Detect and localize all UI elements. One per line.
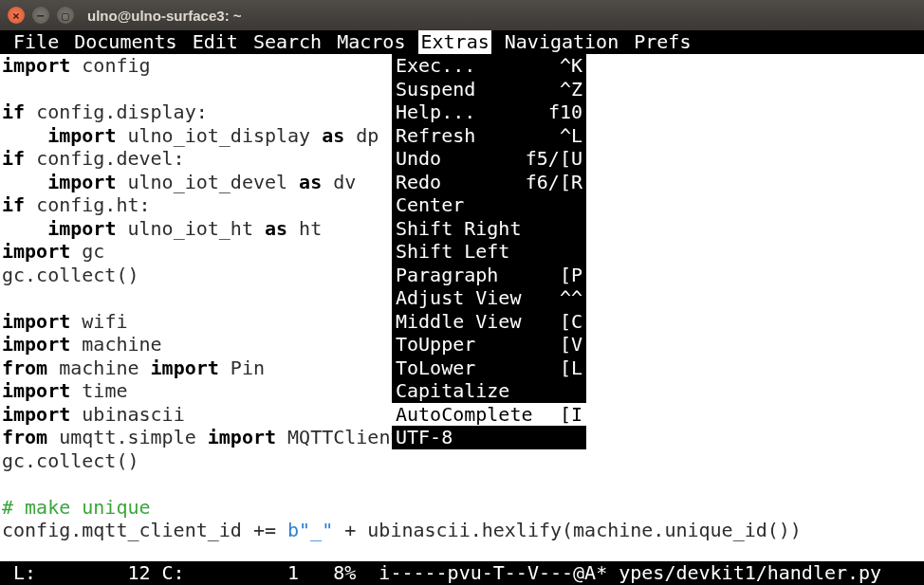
menu-item-center[interactable]: Center xyxy=(392,193,586,217)
menu-item-autocomplete[interactable]: AutoComplete[I xyxy=(392,403,586,427)
maximize-icon[interactable]: ▢ xyxy=(57,7,74,24)
menu-item-label: Shift Right xyxy=(396,217,521,241)
menu-item-shortcut: ^K xyxy=(560,54,582,78)
menu-documents[interactable]: Documents xyxy=(72,30,190,54)
menu-item-shortcut: [C xyxy=(560,310,582,334)
menu-item-utf-8[interactable]: UTF-8 xyxy=(392,426,586,449)
menu-item-undo[interactable]: Undof5/[U xyxy=(392,147,586,171)
menu-item-help-[interactable]: Help...f10 xyxy=(392,101,586,124)
menu-macros[interactable]: Macros xyxy=(335,30,418,54)
status-bar: L: 12 C: 1 8% i-----pvu-T--V---@A* ypes/… xyxy=(0,561,924,585)
menu-item-exec-[interactable]: Exec...^K xyxy=(392,54,586,78)
menu-item-shortcut: ^^ xyxy=(560,286,582,310)
menu-item-label: Refresh xyxy=(396,124,475,148)
close-icon[interactable]: × xyxy=(8,7,25,24)
menu-edit[interactable]: Edit xyxy=(191,30,251,54)
code-line[interactable]: # make unique xyxy=(2,496,922,520)
menu-item-shortcut: f5/[U xyxy=(526,147,582,171)
extras-menu-dropdown[interactable]: Exec...^KSuspend^ZHelp...f10Refresh^LUnd… xyxy=(392,54,586,449)
menu-item-redo[interactable]: Redof6/[R xyxy=(392,171,586,194)
menu-item-refresh[interactable]: Refresh^L xyxy=(392,124,586,148)
menu-item-shortcut: ^L xyxy=(560,124,582,148)
menu-item-label: Paragraph xyxy=(396,264,498,287)
menu-item-paragraph[interactable]: Paragraph[P xyxy=(392,264,586,287)
menu-prefs[interactable]: Prefs xyxy=(632,30,693,54)
menu-item-shortcut: f6/[R xyxy=(526,171,582,194)
window-title: ulno@ulno-surface3: ~ xyxy=(87,8,242,24)
menu-item-shortcut: [P xyxy=(560,264,582,287)
menu-item-label: ToUpper xyxy=(396,333,475,356)
menu-item-label: UTF-8 xyxy=(396,426,453,449)
menu-item-label: Suspend xyxy=(396,78,475,101)
menu-item-shortcut: ^Z xyxy=(560,78,582,101)
menu-item-label: Capitalize xyxy=(396,379,509,403)
code-line[interactable]: gc.collect() xyxy=(2,449,922,473)
menu-navigation[interactable]: Navigation xyxy=(491,30,633,54)
menu-item-shortcut: [I xyxy=(560,403,582,427)
menu-item-adjust-view[interactable]: Adjust View^^ xyxy=(392,286,586,310)
menu-item-middle-view[interactable]: Middle View[C xyxy=(392,310,586,334)
menu-item-shortcut: [L xyxy=(560,356,582,380)
menu-item-shortcut: [V xyxy=(560,333,582,356)
menu-item-label: Shift Left xyxy=(396,240,509,264)
minimize-icon[interactable]: − xyxy=(32,7,49,24)
code-line[interactable]: config.mqtt_client_id += b"_" + ubinasci… xyxy=(2,519,922,542)
menu-item-label: AutoComplete xyxy=(396,403,533,427)
code-line[interactable] xyxy=(2,472,922,496)
menubar[interactable]: File Documents Edit Search Macros Extras… xyxy=(0,30,924,54)
menu-item-label: Middle View xyxy=(396,310,521,334)
menu-item-label: Redo xyxy=(396,171,441,194)
menu-item-label: Undo xyxy=(396,147,441,171)
menu-item-shift-left[interactable]: Shift Left xyxy=(392,240,586,264)
menu-item-label: Center xyxy=(396,193,464,217)
menu-item-label: Help... xyxy=(396,101,475,124)
menu-item-shift-right[interactable]: Shift Right xyxy=(392,217,586,241)
menu-item-toupper[interactable]: ToUpper[V xyxy=(392,333,586,356)
menu-item-tolower[interactable]: ToLower[L xyxy=(392,356,586,380)
menu-item-shortcut: f10 xyxy=(548,101,582,124)
menu-search[interactable]: Search xyxy=(251,30,335,54)
menu-item-label: ToLower xyxy=(396,356,475,380)
menu-item-label: Exec... xyxy=(396,54,475,78)
window-titlebar: × − ▢ ulno@ulno-surface3: ~ xyxy=(0,0,924,30)
terminal-area: File Documents Edit Search Macros Extras… xyxy=(0,30,924,585)
menu-item-label: Adjust View xyxy=(396,286,521,310)
menu-extras[interactable]: Extras xyxy=(418,30,490,54)
menu-item-capitalize[interactable]: Capitalize xyxy=(392,379,586,403)
menu-file[interactable]: File xyxy=(0,30,72,54)
menu-item-suspend[interactable]: Suspend^Z xyxy=(392,78,586,101)
